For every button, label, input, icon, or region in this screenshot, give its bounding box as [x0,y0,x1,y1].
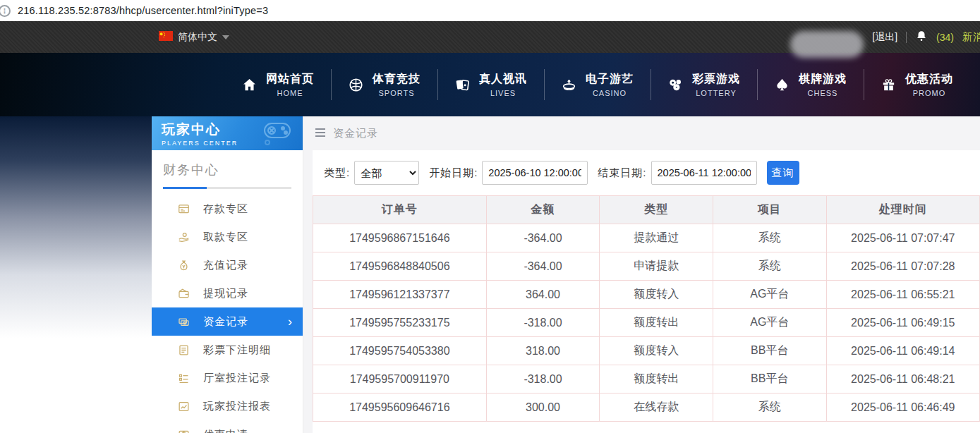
table-cell: 2025-06-11 06:49:15 [826,309,979,337]
table-cell: -364.00 [486,252,600,281]
game-controller-icon [258,119,297,150]
breadcrumb: 资金记录 [303,116,980,150]
sidebar-menu: 存款专区›取款专区›充值记录›提现记录›资金记录›彩票下注明细›厅室投注记录›玩… [152,195,303,433]
sidebar-item[interactable]: 厅室投注记录› [152,364,303,392]
sidebar-item-label: 彩票下注明细 [203,343,271,357]
table-cell: 1749596121337377 [313,281,487,309]
table-cell: 申请提款 [600,252,713,281]
table-cell: 2025-06-11 06:55:21 [826,281,979,309]
sidebar-item-label: 资金记录 [203,315,248,329]
lottery-bets-icon [176,343,190,357]
table-cell: 额度转出 [600,365,713,394]
sidebar-header: 玩家中心 PLAYERS CENTER [152,116,303,150]
table-cell: 系统 [713,224,826,252]
logout-link[interactable]: [退出] [872,31,897,44]
table-cell: BB平台 [713,337,826,365]
divider [906,32,907,43]
nav-menu: 网站首页HOME体育竞技SPORTS真人视讯LIVES电子游艺CASINO彩票游… [224,68,970,102]
sidebar-item[interactable]: 存款专区› [152,195,303,223]
sidebar: 玩家中心 PLAYERS CENTER 财务中心 存款专区›取款专区›充值记录›… [152,116,303,433]
sidebar-item[interactable]: 资金记录› [152,307,303,336]
sidebar-item-label: 充值记录 [203,259,248,272]
china-flag-icon [159,31,173,43]
nav-label-en: HOME [277,89,303,97]
table-body: 1749596867151646-364.00提款通过系统2025-06-11 … [313,224,980,422]
search-button[interactable]: 查询 [767,161,799,185]
nav-label-zh: 真人视讯 [479,72,527,87]
sidebar-item[interactable]: 优惠申请› [152,420,303,433]
chevron-down-icon [222,35,229,39]
recharge-records-icon [176,259,190,272]
sidebar-item[interactable]: 提现记录› [152,279,303,307]
table-cell: 364.00 [486,281,600,309]
table-row: 1749595755233175-318.00额度转出AG平台2025-06-1… [313,309,980,337]
table-row: 1749595754053380318.00额度转入BB平台2025-06-11… [313,337,980,365]
table-cell: 1749595609646716 [313,394,487,422]
table-cell: 额度转入 [600,337,713,365]
bell-icon[interactable] [915,30,928,44]
nav-item-casino[interactable]: 电子游艺CASINO [544,68,651,102]
nav-label-en: LOTTERY [696,89,737,97]
nav-label-en: PROMO [913,89,946,97]
sidebar-item-label: 优惠申请 [203,428,248,433]
nav-item-promo[interactable]: 优惠活动PROMO [864,68,970,102]
type-select[interactable]: 全部 [354,161,419,185]
nav-label-en: SPORTS [378,89,414,97]
message-label[interactable]: 新消息 [962,31,980,44]
withdraw-icon [176,231,190,244]
browser-address-bar: ⋮ 216.118.235.52:8783/hhcp/usercenter.ht… [0,0,980,21]
nav-label-en: CASINO [593,89,627,97]
sidebar-item[interactable]: 玩家投注报表› [152,392,303,420]
nav-label-zh: 电子游艺 [586,72,634,87]
site-info-icon[interactable]: ⋮ [0,5,11,17]
table-cell: 2025-06-11 07:07:28 [826,252,979,281]
table-cell: 1749595754053380 [313,337,487,365]
nav-label-zh: 网站首页 [266,72,314,87]
section-underline [163,187,291,189]
message-count[interactable]: (34) [936,32,954,43]
lottery-balls-icon [667,77,684,93]
table-cell: 318.00 [486,337,600,365]
table-cell: 1749595755233175 [313,309,487,337]
start-date-input[interactable] [482,161,588,185]
table-cell: 2025-06-11 07:07:47 [826,224,979,252]
sidebar-section: 财务中心 [152,150,303,189]
sidebar-item[interactable]: 彩票下注明细› [152,336,303,364]
username-redacted [790,31,864,58]
nav-item-lives[interactable]: 真人视讯LIVES [437,68,544,102]
sidebar-item-label: 玩家投注报表 [203,400,271,413]
start-date-label: 开始日期: [429,166,478,180]
nav-item-lottery[interactable]: 彩票游戏LOTTERY [651,68,757,102]
table-cell: -318.00 [486,365,600,394]
sidebar-item[interactable]: 充值记录› [152,251,303,279]
table-cell: 提款通过 [600,224,713,252]
hall-bets-icon [176,372,190,385]
nav-item-home[interactable]: 网站首页HOME [224,68,331,102]
table-cell: 1749596867151646 [313,224,487,252]
sidebar-item-label: 存款专区 [203,202,248,216]
nav-label-zh: 彩票游戏 [692,72,740,87]
table-cell: -364.00 [486,224,600,252]
sidebar-item[interactable]: 取款专区› [152,223,303,251]
sidebar-item-label: 厅室投注记录 [203,372,271,385]
page-title: 资金记录 [333,127,378,140]
table-row: 1749595700911970-318.00额度转出BB平台2025-06-1… [313,365,980,394]
type-label: 类型: [324,166,350,180]
table-cell: 2025-06-11 06:46:49 [826,394,979,422]
hamburger-icon[interactable] [315,128,326,140]
end-date-input[interactable] [651,161,757,185]
nav-item-sports[interactable]: 体育竞技SPORTS [331,68,437,102]
table-row: 1749596867151646-364.00提款通过系统2025-06-11 … [313,224,980,252]
table-cell: 2025-06-11 06:48:21 [826,365,979,394]
nav-label-en: CHESS [808,89,838,97]
content-card: 类型: 全部 开始日期: 结束日期: 查询 订单号金额类型项目处理时间 1749… [313,150,980,433]
language-selector[interactable]: 简体中文 [159,31,229,44]
language-label: 简体中文 [178,31,217,44]
table-header-cell: 类型 [600,196,713,224]
background-gradient [0,116,152,433]
nav-item-chess[interactable]: 棋牌游戏CHESS [757,68,864,102]
sidebar-item-label: 取款专区 [203,231,248,244]
url-text[interactable]: 216.118.235.52:8783/hhcp/usercenter.html… [18,5,268,16]
gift-icon [881,77,897,93]
nav-label-zh: 体育竞技 [373,72,421,87]
